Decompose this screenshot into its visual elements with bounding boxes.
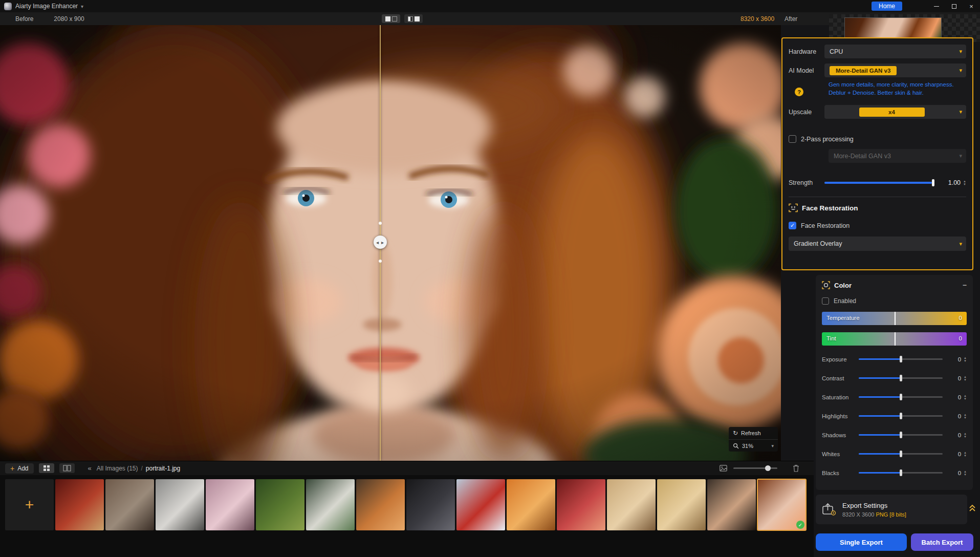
thumbnail-wedding-couple[interactable] xyxy=(156,479,204,530)
face-restoration-row: ✓ Face Restoration xyxy=(789,222,966,229)
close-button[interactable]: × xyxy=(963,0,980,12)
side-by-side-glyph xyxy=(408,16,413,22)
contrast-stepper[interactable]: ▲▼ xyxy=(964,375,967,381)
thumbnail-vintage-car[interactable] xyxy=(55,479,104,530)
strength-slider[interactable] xyxy=(824,182,934,184)
whites-slider-handle[interactable] xyxy=(900,451,902,457)
two-pass-model-value: More-Detail GAN v3 xyxy=(834,153,891,160)
chevron-down-icon: ▾ xyxy=(959,67,962,74)
thumbnail-white-crane[interactable] xyxy=(306,479,355,530)
thumbnail-golden-puppies[interactable] xyxy=(657,479,706,530)
thumbnail-woman-red-flowers[interactable] xyxy=(557,479,605,530)
split-view-toggle[interactable] xyxy=(382,14,400,23)
temperature-marker[interactable] xyxy=(895,312,896,325)
thumbnail-bird-in-grass[interactable] xyxy=(256,479,304,530)
collapse-filmstrip-icon[interactable]: « xyxy=(88,464,92,472)
ai-model-description: Gen more details, more clarity, more sha… xyxy=(829,80,966,97)
app-logo-icon xyxy=(4,3,12,10)
batch-export-button[interactable]: Batch Export xyxy=(911,533,973,551)
add-images-button[interactable]: + Add xyxy=(5,463,34,474)
temperature-label: Temperature xyxy=(826,315,860,321)
tint-label: Tint xyxy=(826,335,836,341)
two-pass-checkbox[interactable] xyxy=(789,135,796,143)
contrast-slider[interactable] xyxy=(859,377,943,379)
shadows-stepper[interactable]: ▲▼ xyxy=(964,432,967,438)
color-enabled-checkbox[interactable] xyxy=(822,297,829,305)
collapse-export-icon[interactable] xyxy=(969,504,976,515)
exposure-stepper[interactable]: ▲▼ xyxy=(964,356,967,362)
check-icon: ✓ xyxy=(790,222,795,229)
thumbnail-black-dog[interactable] xyxy=(406,479,455,530)
whites-value: 0 xyxy=(948,451,961,457)
zoom-dropdown[interactable]: 31% ▾ xyxy=(729,439,778,452)
color-enabled-row: Enabled xyxy=(822,297,967,305)
strength-slider-handle[interactable] xyxy=(932,179,934,186)
canvas-tools-overlay: ↻ Refresh 31% ▾ xyxy=(729,427,778,452)
saturation-slider-handle[interactable] xyxy=(900,394,902,400)
app-menu-caret-icon[interactable]: ▾ xyxy=(81,4,83,9)
two-pass-row: 2-Pass processing xyxy=(789,135,966,143)
strength-stepper[interactable]: ▲▼ xyxy=(963,180,966,186)
whites-slider[interactable] xyxy=(859,453,943,455)
trash-icon[interactable] xyxy=(793,464,799,472)
add-image-tile[interactable]: + xyxy=(5,479,54,530)
saturation-label: Saturation xyxy=(822,394,859,400)
two-pass-model-dropdown[interactable]: More-Detail GAN v3 ▾ xyxy=(829,149,966,163)
highlights-slider[interactable] xyxy=(859,415,943,417)
exposure-slider[interactable] xyxy=(859,358,943,360)
thumbnail-size-slider[interactable] xyxy=(733,467,777,469)
compare-divider-handle[interactable]: ◂ ▸ xyxy=(374,235,387,249)
magnifier-icon xyxy=(733,443,739,449)
export-settings-card[interactable]: Export Settings 8320 X 3600 PNG [8 bits] xyxy=(816,495,967,524)
ai-model-dropdown[interactable]: More-Detail GAN v3 ▾ xyxy=(824,63,966,77)
thumbnail-smiling-woman[interactable] xyxy=(707,479,756,530)
exposure-slider-handle[interactable] xyxy=(900,356,902,362)
refresh-button[interactable]: ↻ Refresh xyxy=(729,427,778,439)
face-mode-dropdown[interactable]: Gradient Overlay ▾ xyxy=(789,237,966,251)
single-export-button[interactable]: Single Export xyxy=(816,533,907,551)
collapse-section-button[interactable]: − xyxy=(963,281,967,289)
two-pass-label: 2-Pass processing xyxy=(801,136,854,143)
saturation-stepper[interactable]: ▲▼ xyxy=(964,394,967,400)
grid-view-button[interactable] xyxy=(39,463,54,473)
highlights-slider-handle[interactable] xyxy=(900,413,902,419)
maximize-button[interactable] xyxy=(945,0,963,12)
face-restoration-checkbox[interactable]: ✓ xyxy=(789,222,796,229)
thumbnail-size-handle[interactable] xyxy=(765,465,771,471)
thumbnail-blonde-woman-art[interactable] xyxy=(607,479,656,530)
contrast-slider-handle[interactable] xyxy=(900,375,902,381)
thumbnail-portrait-redhead[interactable]: ✓ xyxy=(757,479,806,530)
thumbnail-bathroom-figure[interactable] xyxy=(105,479,154,530)
home-button[interactable]: Home xyxy=(872,2,902,11)
shadows-slider-handle[interactable] xyxy=(900,432,902,438)
thumbnail-girl-with-stroller[interactable] xyxy=(206,479,254,530)
strength-row: Strength 1.00 ▲▼ xyxy=(789,179,966,186)
temperature-slider[interactable]: Temperature 0 xyxy=(822,312,967,325)
image-canvas[interactable]: ◂ ▸ ↻ Refresh 31% ▾ xyxy=(0,25,781,461)
ai-model-label: AI Model xyxy=(789,67,824,74)
minimize-button[interactable] xyxy=(928,0,945,12)
upscale-dropdown[interactable]: x4 ▾ xyxy=(824,105,966,119)
help-icon[interactable]: ? xyxy=(795,88,803,96)
tint-slider[interactable]: Tint 0 xyxy=(822,332,967,346)
thumbnail-boy-portrait[interactable] xyxy=(356,479,405,530)
hardware-dropdown[interactable]: CPU ▾ xyxy=(824,45,966,58)
highlights-stepper[interactable]: ▲▼ xyxy=(964,413,967,419)
list-view-button[interactable] xyxy=(59,463,75,473)
saturation-slider[interactable] xyxy=(859,396,943,398)
whites-stepper[interactable]: ▲▼ xyxy=(964,451,967,457)
thumbnail-fox-painting[interactable] xyxy=(507,479,555,530)
side-by-side-view-toggle[interactable] xyxy=(404,14,423,23)
tint-marker[interactable] xyxy=(895,332,896,346)
blacks-slider[interactable] xyxy=(859,472,943,474)
shadows-slider[interactable] xyxy=(859,434,943,436)
export-settings-title: Export Settings xyxy=(842,502,906,509)
blacks-stepper[interactable]: ▲▼ xyxy=(964,470,967,476)
breadcrumb-all-images[interactable]: All Images (15) xyxy=(97,465,138,472)
face-restoration-icon xyxy=(789,203,798,212)
face-mode-row: Gradient Overlay ▾ xyxy=(789,237,966,251)
library-toolbar: + Add « All Images (15) / portrait-1.jpg xyxy=(0,461,814,475)
blacks-slider-handle[interactable] xyxy=(900,469,902,476)
color-title: Color xyxy=(834,282,852,289)
thumbnail-red-truck-snow[interactable] xyxy=(456,479,505,530)
